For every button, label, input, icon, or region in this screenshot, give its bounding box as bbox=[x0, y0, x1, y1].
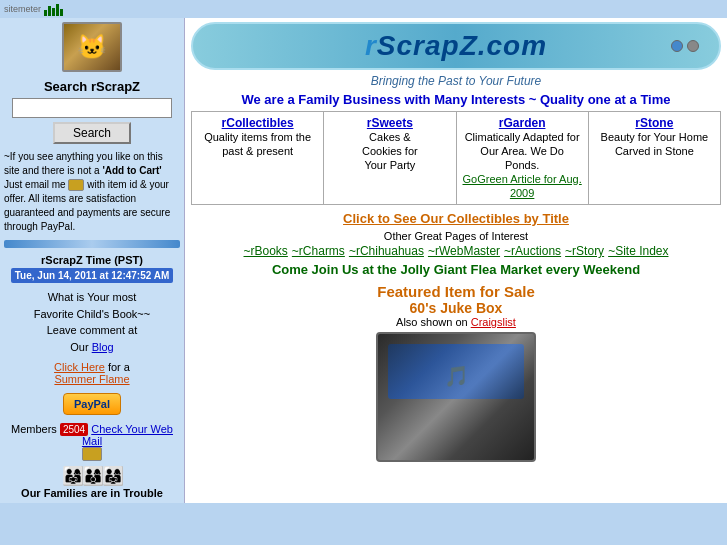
site-subtitle: Bringing the Past to Your Future bbox=[191, 74, 721, 88]
featured-craigslist-text: Also shown on Craigslist bbox=[191, 316, 721, 328]
search-button[interactable]: Search bbox=[53, 122, 131, 144]
main-content: rrScrapZ.comScrapZ.com Bringing the Past… bbox=[185, 18, 727, 503]
craigslist-link[interactable]: Craigslist bbox=[471, 316, 516, 328]
click-here-section: Click Here for a Summer Flame bbox=[4, 361, 180, 385]
garden-link[interactable]: rGarden bbox=[499, 116, 546, 130]
nav-links: ~rBooks ~rCharms ~rChihuahuas ~rWebMaste… bbox=[191, 244, 721, 258]
flea-market-text: Come Join Us at the Jolly Giant Flea Mar… bbox=[191, 262, 721, 277]
stone-link[interactable]: rStone bbox=[635, 116, 673, 130]
rstory-link[interactable]: ~rStory bbox=[565, 244, 604, 258]
site-notice: ~If you see anything you like on this si… bbox=[4, 150, 180, 234]
cat-stone: rStone Beauty for Your Home Carved in St… bbox=[588, 112, 720, 205]
gogreen-link[interactable]: GoGreen Article for Aug. 2009 bbox=[463, 173, 582, 199]
rbooks-link[interactable]: ~rBooks bbox=[244, 244, 288, 258]
search-section-label: Search rScrapZ bbox=[4, 79, 180, 94]
cat-garden: rGarden Climatically Adapted for Our Are… bbox=[456, 112, 588, 205]
siteindex-link[interactable]: ~Site Index bbox=[608, 244, 668, 258]
sitemeter-chart bbox=[44, 2, 63, 16]
mail-icon bbox=[82, 447, 102, 461]
dot-blue bbox=[671, 40, 683, 52]
email-icon bbox=[68, 179, 84, 191]
families-label: Our Families are in Trouble bbox=[4, 487, 180, 499]
blog-section: What is Your most Favorite Child's Book~… bbox=[4, 289, 180, 355]
cat-image bbox=[62, 22, 122, 72]
check-mail-link[interactable]: Check Your Web Mail bbox=[82, 423, 173, 447]
rwebmaster-link[interactable]: ~rWebMaster bbox=[428, 244, 500, 258]
other-pages-label: Other Great Pages of Interest bbox=[191, 230, 721, 242]
sitemeter-widget[interactable]: sitemeter bbox=[4, 2, 63, 16]
collectibles-title-link[interactable]: Click to See Our Collectibles by Title bbox=[343, 211, 569, 226]
click-here-link[interactable]: Click Here bbox=[54, 361, 105, 373]
time-section-label: rScrapZ Time (PST) bbox=[4, 254, 180, 266]
categories-table: rCollectibles Quality items from the pas… bbox=[191, 111, 721, 205]
blog-link[interactable]: Blog bbox=[92, 341, 114, 353]
jukebox-image bbox=[376, 332, 536, 462]
cat-collectibles: rCollectibles Quality items from the pas… bbox=[192, 112, 324, 205]
dot-gray bbox=[687, 40, 699, 52]
sitemeter-label: sitemeter bbox=[4, 4, 41, 14]
collectibles-link[interactable]: rCollectibles bbox=[222, 116, 294, 130]
summer-flame-link[interactable]: Summer Flame bbox=[54, 373, 129, 385]
family-tagline: We are a Family Business with Many Inter… bbox=[191, 92, 721, 107]
rcharms-link[interactable]: ~rCharms bbox=[292, 244, 345, 258]
sidebar: Search rScrapZ Search ~If you see anythi… bbox=[0, 18, 185, 503]
rauctions-link[interactable]: ~rAuctions bbox=[504, 244, 561, 258]
time-badge: Tue, Jun 14, 2011 at 12:47:52 AM bbox=[11, 268, 174, 283]
featured-section: Featured Item for Sale 60's Juke Box Als… bbox=[191, 283, 721, 465]
site-title: rrScrapZ.comScrapZ.com bbox=[203, 30, 709, 62]
families-icon: 👨‍👩‍👧👨‍👩‍👦👨‍👩‍👧 bbox=[4, 465, 180, 487]
featured-item-name: 60's Juke Box bbox=[191, 300, 721, 316]
sweets-link[interactable]: rSweets bbox=[367, 116, 413, 130]
header-dots bbox=[671, 40, 699, 52]
members-section: Members 2504 Check Your Web Mail bbox=[4, 423, 180, 461]
featured-title: Featured Item for Sale bbox=[191, 283, 721, 300]
rchihuahuas-link[interactable]: ~rChihuahuas bbox=[349, 244, 424, 258]
collectibles-title-bar: Click to See Our Collectibles by Title bbox=[191, 211, 721, 226]
cat-sweets: rSweets Cakes &Cookies forYour Party bbox=[324, 112, 456, 205]
header-bar: rrScrapZ.comScrapZ.com bbox=[191, 22, 721, 70]
paypal-button[interactable]: PayPal bbox=[63, 393, 121, 415]
search-input[interactable] bbox=[12, 98, 172, 118]
divider-1 bbox=[4, 240, 180, 248]
